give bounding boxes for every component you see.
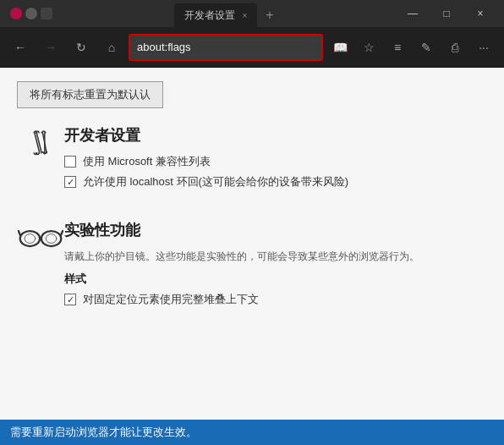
developer-section-body: 开发者设置 使用 Microsoft 兼容性列表 ✓ 允许使用 localhos… [64, 125, 487, 195]
style-subtitle: 样式 [64, 272, 487, 287]
hub-button[interactable]: ≡ [384, 34, 411, 61]
checkbox-1[interactable] [64, 156, 76, 168]
navigation-bar: ← → ↻ ⌂ about:flags 📖 ☆ ≡ ✎ ⎙ ··· [0, 27, 504, 68]
svg-point-5 [41, 231, 61, 246]
minimize-button[interactable]: — [396, 0, 430, 27]
experimental-title: 实验性功能 [64, 220, 487, 240]
forward-button[interactable]: → [37, 34, 64, 61]
svg-line-8 [61, 231, 63, 235]
developer-section: 开发者设置 使用 Microsoft 兼容性列表 ✓ 允许使用 localhos… [17, 125, 487, 203]
checkbox-3-label: 对固定定位元素使用完整堆叠上下文 [83, 292, 259, 307]
svg-point-9 [25, 234, 36, 244]
refresh-button[interactable]: ↻ [68, 34, 95, 61]
svg-line-7 [19, 231, 20, 235]
more-button[interactable]: ··· [470, 34, 497, 61]
back-button[interactable]: ← [7, 34, 34, 61]
favorites-button[interactable]: 📖 [326, 34, 353, 61]
checkbox-1-label: 使用 Microsoft 兼容性列表 [83, 154, 211, 169]
nav-right-buttons: 📖 ☆ ≡ ✎ ⎙ ··· [326, 34, 497, 61]
share-button[interactable]: ⎙ [441, 34, 468, 61]
close-button[interactable]: × [463, 0, 497, 27]
reset-flags-button[interactable]: 将所有标志重置为默认认 [17, 81, 163, 108]
title-bar: 开发者设置 × + — □ × [0, 0, 504, 27]
checkbox-row-1[interactable]: 使用 Microsoft 兼容性列表 [64, 154, 487, 169]
active-tab[interactable]: 开发者设置 × [174, 3, 257, 27]
address-bar[interactable]: about:flags [129, 34, 323, 61]
note-button[interactable]: ✎ [413, 34, 440, 61]
status-text: 需要重新启动浏览器才能让更改生效。 [10, 425, 197, 440]
checkbox-2-label: 允许使用 localhost 环回(这可能会给你的设备带来风险) [83, 174, 348, 190]
window-controls: — □ × [396, 0, 497, 27]
title-bar-left [7, 8, 123, 19]
status-bar: 需要重新启动浏览器才能让更改生效。 [0, 420, 504, 445]
maximize-button[interactable]: □ [430, 0, 463, 27]
tab-close-button[interactable]: × [242, 11, 247, 20]
tab-group: 开发者设置 × + [174, 0, 278, 27]
checkbox-2[interactable]: ✓ [64, 176, 76, 188]
tab-title: 开发者设置 [184, 8, 235, 23]
checkbox-row-2[interactable]: ✓ 允许使用 localhost 环回(这可能会给你的设备带来风险) [64, 174, 487, 190]
experimental-section-body: 实验性功能 请戴上你的护目镜。这些功能是实验性的，可能会导致某些意外的浏览器行为… [64, 220, 487, 312]
checkbox-3[interactable]: ✓ [64, 294, 76, 305]
developer-icon [17, 125, 64, 159]
star-button[interactable]: ☆ [355, 34, 382, 61]
home-button[interactable]: ⌂ [98, 34, 125, 61]
experimental-desc: 请戴上你的护目镜。这些功能是实验性的，可能会导致某些意外的浏览器行为。 [64, 249, 487, 265]
checkbox-row-3[interactable]: ✓ 对固定定位元素使用完整堆叠上下文 [64, 292, 487, 307]
svg-point-4 [20, 231, 40, 246]
content-area: 将所有标志重置为默认认 开发者设置 [0, 68, 504, 420]
new-tab-button[interactable]: + [260, 3, 278, 27]
experimental-section: 实验性功能 请戴上你的护目镜。这些功能是实验性的，可能会导致某些意外的浏览器行为… [17, 220, 487, 321]
address-value: about:flags [137, 41, 191, 53]
goggles-icon [17, 220, 64, 254]
svg-point-10 [46, 234, 57, 244]
developer-title: 开发者设置 [64, 125, 487, 146]
